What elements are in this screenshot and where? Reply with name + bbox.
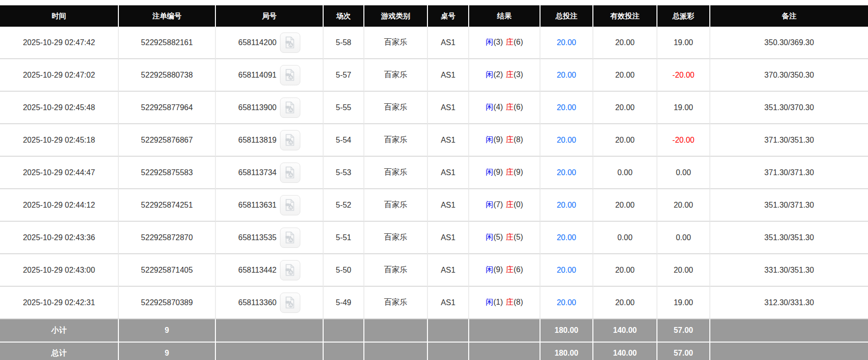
cell-total-bet: 20.00 bbox=[540, 254, 593, 287]
result-banker-score: (6) bbox=[514, 38, 524, 46]
result-banker-score: (6) bbox=[514, 103, 524, 111]
total-bet-link[interactable]: 20.00 bbox=[557, 201, 576, 209]
total-bet-link[interactable]: 20.00 bbox=[557, 233, 576, 242]
video-icon bbox=[283, 198, 296, 212]
total-payout: 57.00 bbox=[657, 342, 710, 360]
column-header-valid-bet: 有效投注 bbox=[593, 5, 657, 27]
total-bet-link[interactable]: 20.00 bbox=[557, 168, 576, 177]
total-round-empty bbox=[216, 342, 324, 360]
cell-remark: 350.30/369.30 bbox=[710, 27, 868, 59]
video-replay-button[interactable] bbox=[280, 260, 300, 280]
cell-table-no: AS1 bbox=[428, 59, 469, 92]
cell-total-bet: 20.00 bbox=[540, 157, 593, 189]
cell-bet-id: 522925875583 bbox=[119, 157, 216, 189]
subtotal-payout: 57.00 bbox=[657, 319, 710, 342]
result-player-score: (9) bbox=[493, 135, 503, 144]
cell-time: 2025-10-29 02:44:47 bbox=[0, 157, 119, 189]
column-header-total-bet: 总投注 bbox=[540, 5, 593, 27]
cell-bet-id: 522925874251 bbox=[119, 189, 216, 222]
cell-payout: -20.00 bbox=[657, 59, 710, 92]
result-banker-label: 庄 bbox=[506, 38, 514, 46]
subtotal-label: 小计 bbox=[0, 319, 119, 342]
cell-round-no: 658113535 bbox=[216, 222, 324, 254]
video-replay-button[interactable] bbox=[280, 293, 300, 313]
cell-valid-bet: 20.00 bbox=[593, 189, 657, 222]
result-player-score: (5) bbox=[493, 233, 503, 241]
cell-round-no: 658113900 bbox=[216, 92, 324, 124]
total-row: 总计 9 180.00 140.00 57.00 bbox=[0, 342, 868, 360]
cell-table-no: AS1 bbox=[428, 124, 469, 157]
cell-round-no: 658113631 bbox=[216, 189, 324, 222]
result-banker-label: 庄 bbox=[506, 70, 514, 79]
cell-valid-bet: 20.00 bbox=[593, 124, 657, 157]
total-bet-link[interactable]: 20.00 bbox=[557, 103, 576, 112]
cell-result: 闲(3)庄(6) bbox=[469, 27, 540, 59]
cell-payout: 20.00 bbox=[657, 254, 710, 287]
cell-payout: 20.00 bbox=[657, 189, 710, 222]
cell-time: 2025-10-29 02:44:12 bbox=[0, 189, 119, 222]
cell-session: 5-54 bbox=[324, 124, 364, 157]
cell-result: 闲(4)庄(6) bbox=[469, 92, 540, 124]
video-replay-button[interactable] bbox=[280, 163, 300, 183]
cell-total-bet: 20.00 bbox=[540, 189, 593, 222]
total-bet-link[interactable]: 20.00 bbox=[557, 38, 576, 47]
subtotal-row: 小计 9 180.00 140.00 57.00 bbox=[0, 319, 868, 342]
total-table-empty bbox=[428, 342, 469, 360]
cell-valid-bet: 20.00 bbox=[593, 92, 657, 124]
cell-payout: 0.00 bbox=[657, 222, 710, 254]
cell-round-no: 658113819 bbox=[216, 124, 324, 157]
table-body: 2025-10-29 02:47:42 522925882161 6581142… bbox=[0, 27, 868, 319]
cell-result: 闲(7)庄(0) bbox=[469, 189, 540, 222]
video-replay-button[interactable] bbox=[280, 65, 300, 85]
total-bet-link[interactable]: 20.00 bbox=[557, 298, 576, 307]
table-row: 2025-10-29 02:44:12 522925874251 6581136… bbox=[0, 189, 868, 222]
video-replay-button[interactable] bbox=[280, 130, 300, 150]
cell-bet-id: 522925872870 bbox=[119, 222, 216, 254]
round-number: 658114200 bbox=[238, 38, 277, 47]
result-banker-label: 庄 bbox=[506, 168, 514, 176]
video-icon bbox=[283, 231, 296, 244]
result-player-score: (9) bbox=[493, 168, 503, 176]
result-banker-score: (3) bbox=[514, 70, 524, 79]
result-player-label: 闲 bbox=[486, 233, 493, 241]
cell-valid-bet: 0.00 bbox=[593, 157, 657, 189]
cell-remark: 331.30/351.30 bbox=[710, 254, 868, 287]
result-player-score: (9) bbox=[493, 265, 503, 274]
cell-result: 闲(9)庄(9) bbox=[469, 157, 540, 189]
cell-bet-id: 522925876867 bbox=[119, 124, 216, 157]
total-bet-link[interactable]: 20.00 bbox=[557, 266, 576, 274]
subtotal-valid-bet: 140.00 bbox=[593, 319, 657, 342]
video-replay-button[interactable] bbox=[280, 195, 300, 215]
subtotal-result-empty bbox=[469, 319, 540, 342]
cell-valid-bet: 0.00 bbox=[593, 222, 657, 254]
column-header-remark: 备注 bbox=[710, 5, 868, 27]
cell-round-no: 658113360 bbox=[216, 287, 324, 319]
column-header-time: 时间 bbox=[0, 5, 119, 27]
cell-total-bet: 20.00 bbox=[540, 27, 593, 59]
cell-total-bet: 20.00 bbox=[540, 222, 593, 254]
cell-table-no: AS1 bbox=[428, 157, 469, 189]
cell-session: 5-53 bbox=[324, 157, 364, 189]
cell-session: 5-49 bbox=[324, 287, 364, 319]
video-replay-button[interactable] bbox=[280, 33, 300, 53]
cell-valid-bet: 20.00 bbox=[593, 287, 657, 319]
table-header: 时间 注单编号 局号 场次 游戏类别 桌号 结果 总投注 有效投注 总派彩 备注 bbox=[0, 5, 868, 27]
total-bet-link[interactable]: 20.00 bbox=[557, 136, 576, 144]
cell-game-type: 百家乐 bbox=[364, 124, 428, 157]
result-banker-label: 庄 bbox=[506, 298, 514, 306]
total-bet-link[interactable]: 20.00 bbox=[557, 71, 576, 79]
cell-remark: 312.30/331.30 bbox=[710, 287, 868, 319]
result-banker-label: 庄 bbox=[506, 233, 514, 241]
cell-time: 2025-10-29 02:43:36 bbox=[0, 222, 119, 254]
cell-game-type: 百家乐 bbox=[364, 92, 428, 124]
table-summary: 小计 9 180.00 140.00 57.00 总计 9 1 bbox=[0, 319, 868, 360]
video-icon bbox=[283, 133, 296, 147]
table-row: 2025-10-29 02:44:47 522925875583 6581137… bbox=[0, 157, 868, 189]
cell-result: 闲(2)庄(3) bbox=[469, 59, 540, 92]
round-number: 658113442 bbox=[238, 266, 277, 275]
video-replay-button[interactable] bbox=[280, 98, 300, 118]
result-player-label: 闲 bbox=[486, 70, 493, 79]
cell-table-no: AS1 bbox=[428, 254, 469, 287]
video-replay-button[interactable] bbox=[280, 228, 300, 248]
round-number: 658113819 bbox=[238, 136, 277, 145]
